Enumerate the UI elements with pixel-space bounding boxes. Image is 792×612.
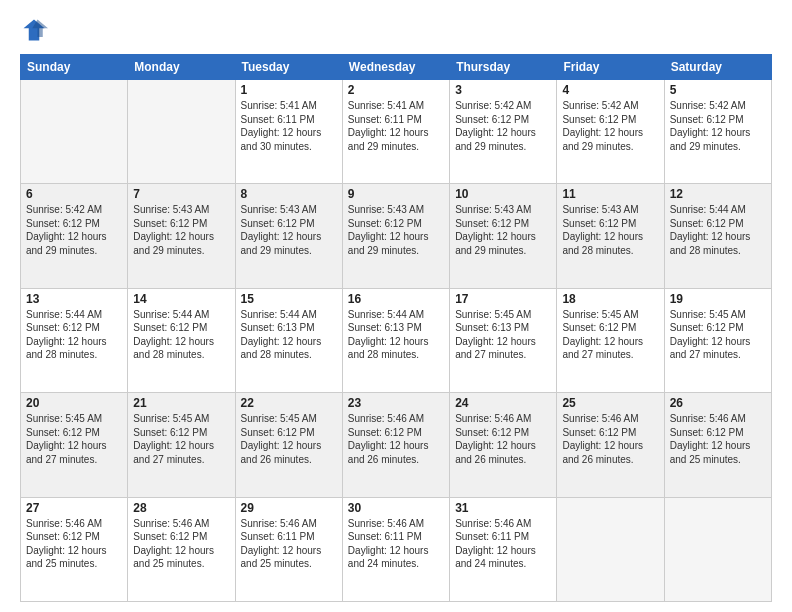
header xyxy=(20,16,772,44)
calendar-day-cell: 16Sunrise: 5:44 AM Sunset: 6:13 PM Dayli… xyxy=(342,288,449,392)
day-number: 26 xyxy=(670,396,766,410)
calendar-day-cell: 14Sunrise: 5:44 AM Sunset: 6:12 PM Dayli… xyxy=(128,288,235,392)
day-info: Sunrise: 5:43 AM Sunset: 6:12 PM Dayligh… xyxy=(348,203,444,257)
calendar-day-cell: 8Sunrise: 5:43 AM Sunset: 6:12 PM Daylig… xyxy=(235,184,342,288)
calendar-day-cell xyxy=(557,497,664,601)
calendar-table: SundayMondayTuesdayWednesdayThursdayFrid… xyxy=(20,54,772,602)
day-info: Sunrise: 5:46 AM Sunset: 6:12 PM Dayligh… xyxy=(133,517,229,571)
day-number: 13 xyxy=(26,292,122,306)
day-number: 7 xyxy=(133,187,229,201)
calendar-day-cell: 2Sunrise: 5:41 AM Sunset: 6:11 PM Daylig… xyxy=(342,80,449,184)
day-number: 18 xyxy=(562,292,658,306)
calendar-day-cell: 25Sunrise: 5:46 AM Sunset: 6:12 PM Dayli… xyxy=(557,393,664,497)
day-info: Sunrise: 5:41 AM Sunset: 6:11 PM Dayligh… xyxy=(348,99,444,153)
calendar-day-cell: 11Sunrise: 5:43 AM Sunset: 6:12 PM Dayli… xyxy=(557,184,664,288)
day-number: 20 xyxy=(26,396,122,410)
day-number: 25 xyxy=(562,396,658,410)
day-number: 2 xyxy=(348,83,444,97)
day-number: 16 xyxy=(348,292,444,306)
calendar-day-cell: 17Sunrise: 5:45 AM Sunset: 6:13 PM Dayli… xyxy=(450,288,557,392)
calendar-day-cell: 30Sunrise: 5:46 AM Sunset: 6:11 PM Dayli… xyxy=(342,497,449,601)
calendar-day-cell: 26Sunrise: 5:46 AM Sunset: 6:12 PM Dayli… xyxy=(664,393,771,497)
weekday-header-row: SundayMondayTuesdayWednesdayThursdayFrid… xyxy=(21,55,772,80)
calendar-day-cell: 19Sunrise: 5:45 AM Sunset: 6:12 PM Dayli… xyxy=(664,288,771,392)
day-number: 21 xyxy=(133,396,229,410)
day-info: Sunrise: 5:44 AM Sunset: 6:13 PM Dayligh… xyxy=(348,308,444,362)
weekday-wednesday: Wednesday xyxy=(342,55,449,80)
calendar-week-row: 1Sunrise: 5:41 AM Sunset: 6:11 PM Daylig… xyxy=(21,80,772,184)
day-number: 10 xyxy=(455,187,551,201)
weekday-thursday: Thursday xyxy=(450,55,557,80)
day-info: Sunrise: 5:45 AM Sunset: 6:12 PM Dayligh… xyxy=(133,412,229,466)
day-info: Sunrise: 5:44 AM Sunset: 6:13 PM Dayligh… xyxy=(241,308,337,362)
day-number: 29 xyxy=(241,501,337,515)
day-info: Sunrise: 5:41 AM Sunset: 6:11 PM Dayligh… xyxy=(241,99,337,153)
day-number: 11 xyxy=(562,187,658,201)
day-info: Sunrise: 5:45 AM Sunset: 6:12 PM Dayligh… xyxy=(562,308,658,362)
day-number: 1 xyxy=(241,83,337,97)
logo xyxy=(20,16,52,44)
logo-icon xyxy=(20,16,48,44)
calendar-day-cell xyxy=(128,80,235,184)
calendar-day-cell: 21Sunrise: 5:45 AM Sunset: 6:12 PM Dayli… xyxy=(128,393,235,497)
calendar-week-row: 27Sunrise: 5:46 AM Sunset: 6:12 PM Dayli… xyxy=(21,497,772,601)
day-info: Sunrise: 5:45 AM Sunset: 6:12 PM Dayligh… xyxy=(26,412,122,466)
weekday-friday: Friday xyxy=(557,55,664,80)
calendar-day-cell: 9Sunrise: 5:43 AM Sunset: 6:12 PM Daylig… xyxy=(342,184,449,288)
calendar-day-cell: 20Sunrise: 5:45 AM Sunset: 6:12 PM Dayli… xyxy=(21,393,128,497)
calendar-day-cell: 12Sunrise: 5:44 AM Sunset: 6:12 PM Dayli… xyxy=(664,184,771,288)
day-number: 12 xyxy=(670,187,766,201)
day-info: Sunrise: 5:46 AM Sunset: 6:12 PM Dayligh… xyxy=(26,517,122,571)
day-number: 5 xyxy=(670,83,766,97)
day-number: 8 xyxy=(241,187,337,201)
weekday-saturday: Saturday xyxy=(664,55,771,80)
day-number: 28 xyxy=(133,501,229,515)
day-info: Sunrise: 5:44 AM Sunset: 6:12 PM Dayligh… xyxy=(26,308,122,362)
day-info: Sunrise: 5:43 AM Sunset: 6:12 PM Dayligh… xyxy=(133,203,229,257)
calendar-day-cell: 23Sunrise: 5:46 AM Sunset: 6:12 PM Dayli… xyxy=(342,393,449,497)
day-info: Sunrise: 5:43 AM Sunset: 6:12 PM Dayligh… xyxy=(562,203,658,257)
calendar-day-cell: 5Sunrise: 5:42 AM Sunset: 6:12 PM Daylig… xyxy=(664,80,771,184)
day-info: Sunrise: 5:42 AM Sunset: 6:12 PM Dayligh… xyxy=(26,203,122,257)
day-info: Sunrise: 5:45 AM Sunset: 6:13 PM Dayligh… xyxy=(455,308,551,362)
calendar-day-cell: 18Sunrise: 5:45 AM Sunset: 6:12 PM Dayli… xyxy=(557,288,664,392)
day-info: Sunrise: 5:46 AM Sunset: 6:12 PM Dayligh… xyxy=(562,412,658,466)
day-info: Sunrise: 5:42 AM Sunset: 6:12 PM Dayligh… xyxy=(562,99,658,153)
calendar-week-row: 13Sunrise: 5:44 AM Sunset: 6:12 PM Dayli… xyxy=(21,288,772,392)
day-number: 22 xyxy=(241,396,337,410)
calendar-day-cell: 15Sunrise: 5:44 AM Sunset: 6:13 PM Dayli… xyxy=(235,288,342,392)
day-info: Sunrise: 5:44 AM Sunset: 6:12 PM Dayligh… xyxy=(133,308,229,362)
day-info: Sunrise: 5:46 AM Sunset: 6:11 PM Dayligh… xyxy=(241,517,337,571)
day-info: Sunrise: 5:46 AM Sunset: 6:12 PM Dayligh… xyxy=(670,412,766,466)
day-info: Sunrise: 5:46 AM Sunset: 6:11 PM Dayligh… xyxy=(455,517,551,571)
day-number: 19 xyxy=(670,292,766,306)
calendar-day-cell: 27Sunrise: 5:46 AM Sunset: 6:12 PM Dayli… xyxy=(21,497,128,601)
day-info: Sunrise: 5:42 AM Sunset: 6:12 PM Dayligh… xyxy=(670,99,766,153)
day-info: Sunrise: 5:43 AM Sunset: 6:12 PM Dayligh… xyxy=(455,203,551,257)
day-info: Sunrise: 5:42 AM Sunset: 6:12 PM Dayligh… xyxy=(455,99,551,153)
day-info: Sunrise: 5:46 AM Sunset: 6:11 PM Dayligh… xyxy=(348,517,444,571)
day-info: Sunrise: 5:46 AM Sunset: 6:12 PM Dayligh… xyxy=(455,412,551,466)
calendar-week-row: 6Sunrise: 5:42 AM Sunset: 6:12 PM Daylig… xyxy=(21,184,772,288)
day-number: 27 xyxy=(26,501,122,515)
day-number: 30 xyxy=(348,501,444,515)
calendar-day-cell: 10Sunrise: 5:43 AM Sunset: 6:12 PM Dayli… xyxy=(450,184,557,288)
day-number: 14 xyxy=(133,292,229,306)
calendar-day-cell: 4Sunrise: 5:42 AM Sunset: 6:12 PM Daylig… xyxy=(557,80,664,184)
day-number: 24 xyxy=(455,396,551,410)
weekday-monday: Monday xyxy=(128,55,235,80)
day-number: 3 xyxy=(455,83,551,97)
calendar-day-cell: 7Sunrise: 5:43 AM Sunset: 6:12 PM Daylig… xyxy=(128,184,235,288)
calendar-day-cell: 22Sunrise: 5:45 AM Sunset: 6:12 PM Dayli… xyxy=(235,393,342,497)
calendar-day-cell: 13Sunrise: 5:44 AM Sunset: 6:12 PM Dayli… xyxy=(21,288,128,392)
calendar-day-cell xyxy=(664,497,771,601)
calendar-day-cell: 31Sunrise: 5:46 AM Sunset: 6:11 PM Dayli… xyxy=(450,497,557,601)
day-info: Sunrise: 5:43 AM Sunset: 6:12 PM Dayligh… xyxy=(241,203,337,257)
day-info: Sunrise: 5:44 AM Sunset: 6:12 PM Dayligh… xyxy=(670,203,766,257)
day-number: 17 xyxy=(455,292,551,306)
weekday-tuesday: Tuesday xyxy=(235,55,342,80)
day-number: 4 xyxy=(562,83,658,97)
calendar-day-cell: 24Sunrise: 5:46 AM Sunset: 6:12 PM Dayli… xyxy=(450,393,557,497)
day-number: 9 xyxy=(348,187,444,201)
day-number: 15 xyxy=(241,292,337,306)
